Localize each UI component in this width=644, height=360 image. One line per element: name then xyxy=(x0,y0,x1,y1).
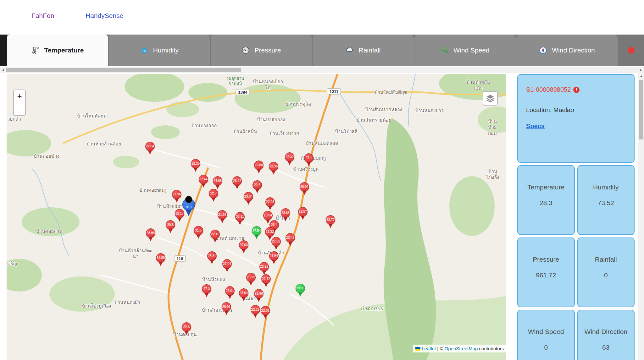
marker-value: 29.03 xyxy=(239,243,249,247)
metric-value: 0 xyxy=(544,344,548,351)
marker-value: 28.98 xyxy=(146,231,156,235)
metric-value: 63 xyxy=(602,344,609,351)
metric-label: Humidity xyxy=(593,183,619,191)
marker-value: 27.44 xyxy=(198,177,208,181)
metric-value: 28.3 xyxy=(540,199,552,207)
zoom-in-button[interactable]: + xyxy=(14,90,25,103)
tab-humidity[interactable]: %Humidity xyxy=(109,35,210,66)
station-info-card: S1-0000898052 ! Location: Maelao Specs xyxy=(517,74,635,163)
marker-value: 22.25 xyxy=(191,161,201,165)
leaflet-link[interactable]: Leaflet xyxy=(422,346,436,351)
marker-value: 20.8 xyxy=(165,223,175,226)
wind-icon xyxy=(441,46,449,54)
tab-label: Wind Speed xyxy=(453,46,489,54)
marker-value: 22.32 xyxy=(285,155,295,159)
scroll-up-arrow-icon[interactable]: ▲ xyxy=(640,74,643,78)
marker-value: 22.6 xyxy=(252,183,262,187)
tab-pressure[interactable]: Pressure xyxy=(211,35,312,66)
horizontal-scrollbar-thumb[interactable] xyxy=(6,68,241,72)
marker-value: 22.77 xyxy=(325,218,336,221)
marker-value: 27.54 xyxy=(252,229,262,232)
marker-value: 22.29 xyxy=(250,308,260,311)
metric-label: Rainfall xyxy=(595,256,617,263)
layers-icon xyxy=(486,94,495,103)
marker-value: 23.65 xyxy=(280,211,291,215)
tab-wind_speed[interactable]: Wind Speed xyxy=(414,35,516,66)
marker-value: 22.57 xyxy=(298,210,308,213)
metric-card-temperature: Temperature28.3 xyxy=(517,165,575,235)
marker-value: 26.92 xyxy=(232,179,242,183)
metric-card-rainfall: Rainfall0 xyxy=(577,237,635,307)
marker-value: 22.61 xyxy=(260,308,270,312)
openstreetmap-link[interactable]: OpenStreetMap xyxy=(445,346,478,351)
humidity-drop-icon: % xyxy=(140,46,148,54)
tab-wind_direction[interactable]: Wind Direction xyxy=(516,35,618,66)
status-indicator-dot xyxy=(628,47,635,53)
vertical-scrollbar-thumb[interactable] xyxy=(639,80,643,139)
marker-value: 22.15 xyxy=(210,232,220,236)
horizontal-scrollbar[interactable]: ◄ ► xyxy=(0,67,644,73)
gauge-icon xyxy=(242,46,250,54)
rain-cloud-icon xyxy=(346,46,354,54)
marker-value: 22.84 xyxy=(145,144,155,148)
attribution-suffix: contributors xyxy=(478,346,504,351)
metric-label: Pressure xyxy=(533,256,559,263)
marker-value: 23.4 xyxy=(269,223,279,226)
thermometer-icon: °C xyxy=(31,46,40,54)
marker-value: 21.35 xyxy=(217,213,227,216)
marker-value: 27.04 xyxy=(222,262,232,265)
marker-value: 22.36 xyxy=(269,164,279,168)
marker-value: 22.7 xyxy=(208,191,219,195)
specs-link[interactable]: Specs xyxy=(526,123,545,130)
marker-value: 22.6 xyxy=(181,325,192,329)
metric-value: 73.52 xyxy=(597,199,614,207)
tab-label: Rainfall xyxy=(358,46,380,54)
metric-label: Temperature xyxy=(527,183,564,191)
metric-label: Wind Speed xyxy=(528,328,564,335)
marker-value: 38.11 xyxy=(235,215,245,218)
tab-label: Temperature xyxy=(44,46,84,54)
metric-value: 961.72 xyxy=(536,271,556,279)
vertical-scrollbar[interactable]: ▲ xyxy=(638,73,644,360)
marker-value: 23.04 xyxy=(239,291,249,295)
tab-label: Humidity xyxy=(153,46,179,54)
zoom-out-button[interactable]: − xyxy=(14,103,25,115)
marker-value: 31.89 xyxy=(156,256,166,259)
brand-handysense-link[interactable]: HandySense xyxy=(86,12,123,19)
scroll-right-arrow-icon[interactable]: ► xyxy=(640,68,643,72)
app: FahFon HandySense °CTemperature%Humidity… xyxy=(0,0,644,360)
metric-card-wind_speed: Wind Speed0 xyxy=(517,310,575,360)
svg-text:°C: °C xyxy=(36,47,39,50)
tab-label: Pressure xyxy=(254,46,281,54)
marker-value: 26.91 xyxy=(221,305,231,308)
station-id: S1-0000898052 xyxy=(526,86,571,93)
metric-grid: Temperature28.3Humidity73.52Pressure961.… xyxy=(517,165,635,360)
ukraine-flag-icon xyxy=(415,347,420,351)
marker-value: 27.36 xyxy=(172,192,182,196)
marker-value: 22.93 xyxy=(265,200,275,204)
marker-value: 22.32 xyxy=(265,230,275,233)
alert-icon: ! xyxy=(573,87,580,93)
tab-temperature[interactable]: °CTemperature xyxy=(7,35,108,66)
brand-fahfon-link[interactable]: FahFon xyxy=(31,12,54,19)
marker-value: 23.04 xyxy=(243,194,253,198)
scroll-left-arrow-icon[interactable]: ◄ xyxy=(1,68,4,72)
marker-value: 22.96 xyxy=(254,292,264,295)
attribution-separator: | © xyxy=(436,346,444,351)
leaflet-map[interactable]: วนอุทยาน ชาพันบิบ้านหนองเยียว ใต้บ้านใหม… xyxy=(7,74,506,360)
marker-value: 27.3 xyxy=(202,287,212,291)
marker-value: 23.31 xyxy=(207,254,217,258)
marker-value: 22.01 xyxy=(225,289,235,292)
metric-card-pressure: Pressure961.72 xyxy=(517,237,575,307)
sensor-tab-bar: °CTemperature%HumidityPressureRainfallWi… xyxy=(0,35,644,66)
map-attribution: Leaflet | © OpenStreetMap contributors xyxy=(413,345,506,352)
marker-value: 23.43 xyxy=(285,236,295,239)
svg-text:%: % xyxy=(143,49,146,52)
marker-value: 23.04 xyxy=(263,213,273,217)
top-header: FahFon HandySense xyxy=(0,0,644,35)
tab-rainfall[interactable]: Rainfall xyxy=(313,35,414,66)
metric-value: 0 xyxy=(604,271,608,279)
layers-control[interactable] xyxy=(483,91,498,106)
station-location: Location: Maelao xyxy=(526,106,626,114)
marker-value: 22.92 xyxy=(259,265,269,268)
